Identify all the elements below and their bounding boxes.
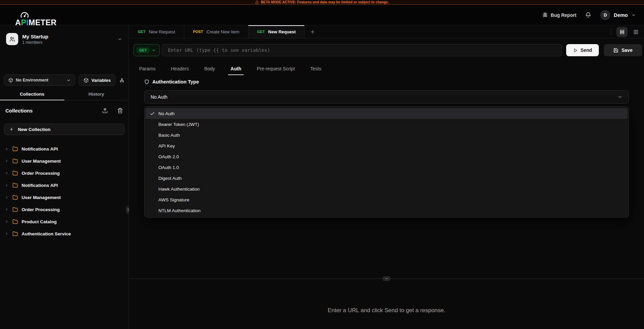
workspace-switcher[interactable]: My Startup 1 members <box>0 29 128 50</box>
plus-icon <box>310 29 315 34</box>
app-root: BETA MODE ACTIVE: Features and data may … <box>0 0 644 329</box>
layout-rows-button[interactable] <box>616 27 627 37</box>
request-tab-label: New Request <box>268 29 296 34</box>
auth-type-select[interactable]: No Auth <box>144 90 629 104</box>
collection-item[interactable]: Order Processing <box>0 203 128 216</box>
environment-label: No Environment <box>16 78 64 83</box>
auth-type-value: No Auth <box>151 94 167 100</box>
request-subtab[interactable]: Body <box>202 62 217 75</box>
request-tabs-bar: GET New Request POST Create New Item GET… <box>129 25 644 38</box>
collection-item[interactable]: Order Processing <box>0 167 128 179</box>
collections-heading: Collections <box>5 108 93 113</box>
user-menu[interactable]: D Demo <box>600 10 636 20</box>
new-collection-button[interactable]: New Collection <box>4 124 124 135</box>
chevron-down-icon <box>618 95 622 99</box>
request-subtab[interactable]: Params <box>137 62 158 75</box>
new-collection-label: New Collection <box>18 127 51 132</box>
plus-icon <box>9 127 14 132</box>
method-badge: GET <box>257 30 265 34</box>
collection-item[interactable]: Authentication Service <box>0 228 128 240</box>
auth-type-dropdown: No Auth Bearer Token (JWT) Basic Auth <box>144 106 629 218</box>
collection-name: User Management <box>22 159 61 164</box>
request-tab[interactable]: GET New Request <box>129 25 184 38</box>
folder-icon <box>12 183 18 188</box>
cube-icon <box>84 78 89 83</box>
auth-type-option[interactable]: OAuth 1.0 <box>146 162 627 173</box>
request-tab[interactable]: POST Create New Item <box>184 25 249 38</box>
panel-resize-handle[interactable] <box>382 276 391 281</box>
auth-type-option[interactable]: Hawk Authentication <box>146 184 627 194</box>
collection-item[interactable]: Notifications API <box>0 143 128 155</box>
chevron-right-icon <box>5 207 9 211</box>
collection-name: Notifications API <box>22 183 58 188</box>
response-empty-text: Enter a URL and click Send to get a resp… <box>129 307 644 314</box>
request-tab[interactable]: GET New Request <box>248 25 305 38</box>
request-subtab[interactable]: Pre-request Script <box>254 62 297 75</box>
sidebar-nav-tab[interactable]: History <box>64 88 129 100</box>
beta-banner: BETA MODE ACTIVE: Features and data may … <box>0 0 644 5</box>
collections-list: Notifications API User Management Order … <box>0 143 128 240</box>
folder-icon <box>12 158 18 164</box>
workspace-avatar <box>6 33 18 45</box>
layout-columns-button[interactable] <box>630 27 641 37</box>
collection-name: Product Catalog <box>22 219 57 224</box>
url-input[interactable] <box>162 44 562 56</box>
save-button[interactable]: Save <box>604 44 642 56</box>
auth-type-option[interactable]: API Key <box>146 140 627 151</box>
folder-icon <box>12 219 18 224</box>
chevron-right-icon <box>5 183 9 187</box>
auth-section: Authentication Type No Auth No Auth Bear… <box>144 79 629 218</box>
method-select[interactable]: GET <box>133 44 160 56</box>
auth-type-option[interactable]: NTLM Authentication <box>146 205 627 216</box>
collection-item[interactable]: Product Catalog <box>0 216 128 228</box>
bell-icon[interactable] <box>585 12 591 18</box>
sidebar-nav-tab[interactable]: Collections <box>0 88 64 100</box>
new-tab-button[interactable] <box>305 25 320 38</box>
send-button[interactable]: Send <box>566 44 599 56</box>
app-logo[interactable]: APIMETER <box>15 11 56 27</box>
trash-icon[interactable] <box>117 108 123 113</box>
play-icon <box>573 48 578 53</box>
auth-type-option[interactable]: Bearer Token (JWT) <box>146 119 627 130</box>
auth-type-option[interactable]: No Auth <box>146 108 627 119</box>
app-header: APIMETER Bug Report D Demo <box>0 5 644 25</box>
bug-icon <box>542 12 548 18</box>
request-tab-label: Create New Item <box>207 29 240 34</box>
chevron-down-icon <box>631 13 636 18</box>
bug-report-button[interactable]: Bug Report <box>542 12 576 18</box>
sitemap-icon[interactable] <box>120 77 124 83</box>
auth-type-option[interactable]: Basic Auth <box>146 130 627 140</box>
request-subtab[interactable]: Tests <box>308 62 324 75</box>
collection-item[interactable]: User Management <box>0 155 128 167</box>
folder-icon <box>12 231 18 236</box>
variables-label: Variables <box>91 78 111 83</box>
variables-button[interactable]: Variables <box>79 74 116 86</box>
method-badge: GET <box>138 30 146 34</box>
folder-icon <box>12 146 18 152</box>
auth-type-option[interactable]: OAuth 2.0 <box>146 151 627 162</box>
beta-banner-text: BETA MODE ACTIVE: Features and data may … <box>261 0 389 4</box>
upload-icon[interactable] <box>102 108 108 113</box>
auth-type-option[interactable]: AWS Signature <box>146 194 627 205</box>
request-subtab[interactable]: Headers <box>168 62 191 75</box>
cube-icon <box>8 78 13 83</box>
user-avatar: D <box>600 10 610 20</box>
environment-select[interactable]: No Environment <box>4 74 75 86</box>
folder-icon <box>12 195 18 200</box>
folder-icon <box>12 207 18 212</box>
collection-item[interactable]: User Management <box>0 191 128 203</box>
collection-name: User Management <box>22 195 61 200</box>
check-icon <box>149 111 155 116</box>
sidebar: My Startup 1 members No Environment Vari… <box>0 25 129 329</box>
auth-type-option[interactable]: Digest Auth <box>146 173 627 184</box>
chevron-right-icon <box>5 232 9 236</box>
chevron-right-icon <box>5 195 9 199</box>
workspace-members: 1 members <box>22 40 113 45</box>
request-subtab[interactable]: Auth <box>228 62 244 75</box>
method-badge: POST <box>193 30 203 34</box>
workspace-name: My Startup <box>22 34 113 39</box>
auth-section-title: Authentication Type <box>152 79 199 85</box>
chevron-right-icon <box>5 159 9 163</box>
chevron-down-icon <box>152 48 156 53</box>
collection-item[interactable]: Notifications API <box>0 179 128 191</box>
